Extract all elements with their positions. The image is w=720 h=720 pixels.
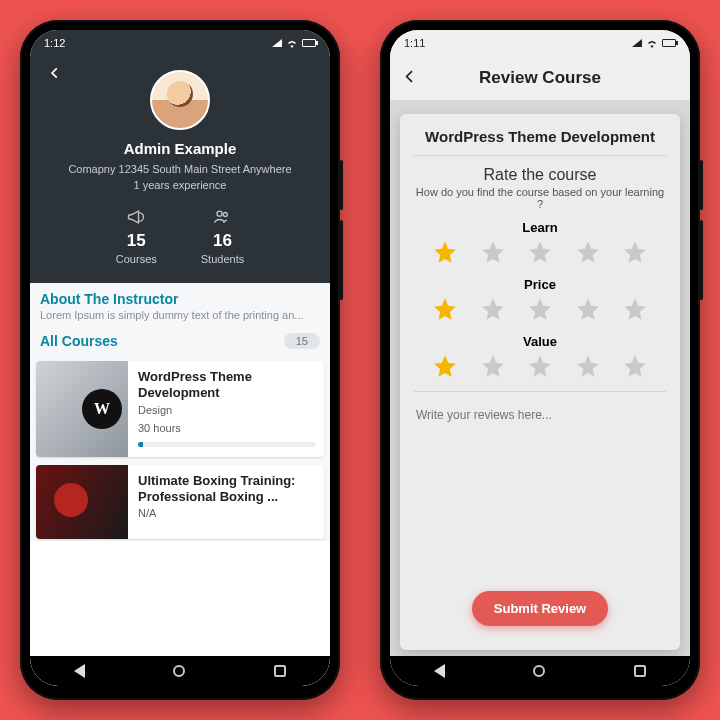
instructor-hero: Admin Example Comapny 12345 South Main S… <box>30 56 330 283</box>
star-icon[interactable] <box>480 296 506 322</box>
star-row <box>414 292 666 324</box>
about-title: About The Instructor <box>40 291 320 307</box>
course-card[interactable]: Ultimate Boxing Training: Professional B… <box>36 465 324 539</box>
star-icon[interactable] <box>527 353 553 379</box>
megaphone-icon <box>125 207 147 227</box>
course-thumb <box>36 465 128 539</box>
android-navbar <box>30 656 330 686</box>
phone-instructor: 1:12 Admin Example Comapny 12345 South M… <box>20 20 340 700</box>
nav-back-icon[interactable] <box>434 664 445 678</box>
all-courses-title: All Courses <box>40 333 118 349</box>
power-button <box>700 220 703 300</box>
star-icon[interactable] <box>527 296 553 322</box>
review-header-title: Review Course <box>479 68 601 88</box>
nav-back-icon[interactable] <box>74 664 85 678</box>
course-thumb <box>36 361 128 457</box>
rating-criterion-label: Value <box>414 334 666 349</box>
svg-point-1 <box>224 213 228 217</box>
status-icons <box>272 38 316 48</box>
submit-review-button[interactable]: Submit Review <box>472 591 608 626</box>
signal-icon <box>272 39 282 47</box>
volume-button <box>700 160 703 210</box>
stat-courses[interactable]: 15 Courses <box>116 207 157 265</box>
divider <box>414 155 666 156</box>
course-category: Design <box>138 404 316 416</box>
course-card[interactable]: WordPress Theme Development Design 30 ho… <box>36 361 324 457</box>
svg-point-0 <box>217 211 222 216</box>
course-title: WordPress Theme Development <box>138 369 316 402</box>
stat-students-label: Students <box>201 253 244 265</box>
review-card: WordPress Theme Development Rate the cou… <box>400 114 680 650</box>
all-courses-count: 15 <box>284 333 320 349</box>
volume-button <box>340 160 343 210</box>
star-row <box>414 349 666 381</box>
people-icon <box>211 207 233 227</box>
nav-home-icon[interactable] <box>533 665 545 677</box>
all-courses-section: All Courses 15 <box>30 329 330 351</box>
criteria-list: LearnPriceValue <box>414 210 666 381</box>
review-course-title: WordPress Theme Development <box>414 128 666 145</box>
status-bar: 1:12 <box>30 30 330 56</box>
battery-icon <box>302 39 316 47</box>
course-progress <box>138 442 316 447</box>
status-icons <box>632 38 676 48</box>
star-icon[interactable] <box>527 239 553 265</box>
rating-criterion-label: Price <box>414 277 666 292</box>
power-button <box>340 220 343 300</box>
about-section: About The Instructor Lorem Ipsum is simp… <box>30 283 330 329</box>
course-title: Ultimate Boxing Training: Professional B… <box>138 473 316 506</box>
course-duration: 30 hours <box>138 422 316 434</box>
star-icon[interactable] <box>480 353 506 379</box>
battery-icon <box>662 39 676 47</box>
star-icon[interactable] <box>575 353 601 379</box>
nav-recent-icon[interactable] <box>274 665 286 677</box>
stat-courses-num: 15 <box>116 231 157 251</box>
status-time: 1:12 <box>44 37 65 49</box>
phone-review: 1:11 Review Course WordPress Theme Devel… <box>380 20 700 700</box>
stat-students-num: 16 <box>201 231 244 251</box>
rate-heading: Rate the course <box>414 166 666 184</box>
rating-criterion-label: Learn <box>414 220 666 235</box>
star-row <box>414 235 666 267</box>
stat-students[interactable]: 16 Students <box>201 207 244 265</box>
star-icon[interactable] <box>480 239 506 265</box>
course-list[interactable]: WordPress Theme Development Design 30 ho… <box>30 351 330 541</box>
instructor-name: Admin Example <box>46 140 314 157</box>
star-icon[interactable] <box>575 296 601 322</box>
instructor-experience: 1 years experience <box>46 179 314 191</box>
signal-icon <box>632 39 642 47</box>
about-desc: Lorem Ipsum is simply dummy text of the … <box>40 309 320 321</box>
rate-question: How do you find the course based on your… <box>414 186 666 210</box>
wifi-icon <box>286 38 298 48</box>
review-header: Review Course <box>390 56 690 100</box>
back-button[interactable] <box>48 64 62 85</box>
divider <box>414 391 666 392</box>
star-icon[interactable] <box>432 353 458 379</box>
star-icon[interactable] <box>432 296 458 322</box>
star-icon[interactable] <box>622 353 648 379</box>
star-icon[interactable] <box>575 239 601 265</box>
screen-review: 1:11 Review Course WordPress Theme Devel… <box>390 30 690 686</box>
status-bar: 1:11 <box>390 30 690 56</box>
nav-recent-icon[interactable] <box>634 665 646 677</box>
back-button[interactable] <box>402 67 418 90</box>
nav-home-icon[interactable] <box>173 665 185 677</box>
wifi-icon <box>646 38 658 48</box>
star-icon[interactable] <box>622 296 648 322</box>
screen-instructor: 1:12 Admin Example Comapny 12345 South M… <box>30 30 330 686</box>
star-icon[interactable] <box>622 239 648 265</box>
instructor-address: Comapny 12345 South Main Street Anywhere <box>46 163 314 175</box>
android-navbar <box>390 656 690 686</box>
course-category: N/A <box>138 507 316 519</box>
review-text-input[interactable] <box>414 402 666 442</box>
stat-courses-label: Courses <box>116 253 157 265</box>
stats-row: 15 Courses 16 Students <box>46 207 314 265</box>
status-time: 1:11 <box>404 37 425 49</box>
avatar[interactable] <box>150 70 210 130</box>
star-icon[interactable] <box>432 239 458 265</box>
